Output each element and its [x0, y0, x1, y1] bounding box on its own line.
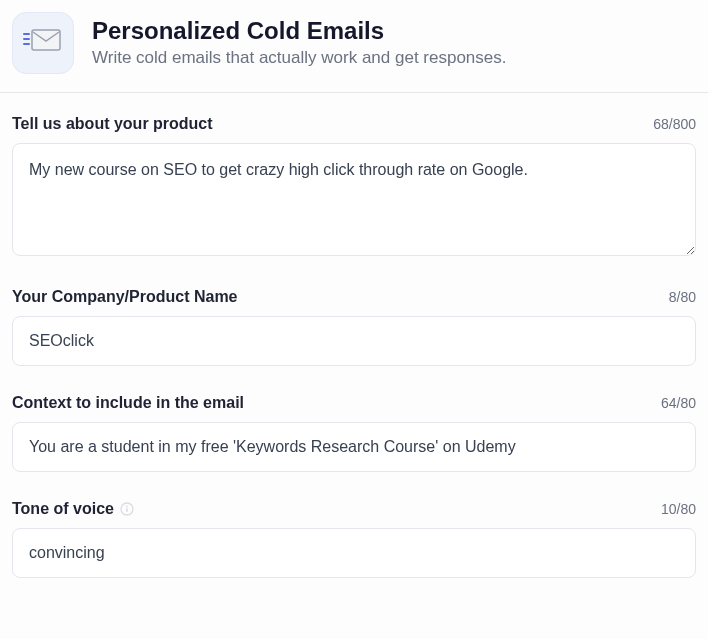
label-row: Tell us about your product 68/800	[12, 115, 696, 133]
tone-counter: 10/80	[661, 501, 696, 517]
field-product: Tell us about your product 68/800 My new…	[12, 115, 696, 260]
tone-label: Tone of voice	[12, 500, 134, 518]
page-subtitle: Write cold emails that actually work and…	[92, 48, 507, 68]
mail-icon	[23, 26, 63, 60]
tone-label-text: Tone of voice	[12, 500, 114, 518]
page-header: Personalized Cold Emails Write cold emai…	[0, 0, 708, 92]
header-text: Personalized Cold Emails Write cold emai…	[92, 12, 507, 68]
page-title: Personalized Cold Emails	[92, 16, 507, 46]
product-counter: 68/800	[653, 116, 696, 132]
svg-rect-6	[126, 508, 128, 512]
help-icon[interactable]	[120, 502, 134, 516]
company-input[interactable]	[12, 316, 696, 366]
context-counter: 64/80	[661, 395, 696, 411]
tone-input[interactable]	[12, 528, 696, 578]
svg-rect-0	[32, 30, 60, 50]
context-input[interactable]	[12, 422, 696, 472]
field-tone: Tone of voice 10/80	[12, 500, 696, 578]
svg-point-5	[126, 505, 128, 507]
context-label: Context to include in the email	[12, 394, 244, 412]
field-company: Your Company/Product Name 8/80	[12, 288, 696, 366]
company-counter: 8/80	[669, 289, 696, 305]
form-container: Tell us about your product 68/800 My new…	[0, 93, 708, 618]
field-context: Context to include in the email 64/80	[12, 394, 696, 472]
product-textarea[interactable]: My new course on SEO to get crazy high c…	[12, 143, 696, 256]
template-icon-box	[12, 12, 74, 74]
label-row: Tone of voice 10/80	[12, 500, 696, 518]
product-label: Tell us about your product	[12, 115, 213, 133]
label-row: Your Company/Product Name 8/80	[12, 288, 696, 306]
company-label: Your Company/Product Name	[12, 288, 238, 306]
label-row: Context to include in the email 64/80	[12, 394, 696, 412]
